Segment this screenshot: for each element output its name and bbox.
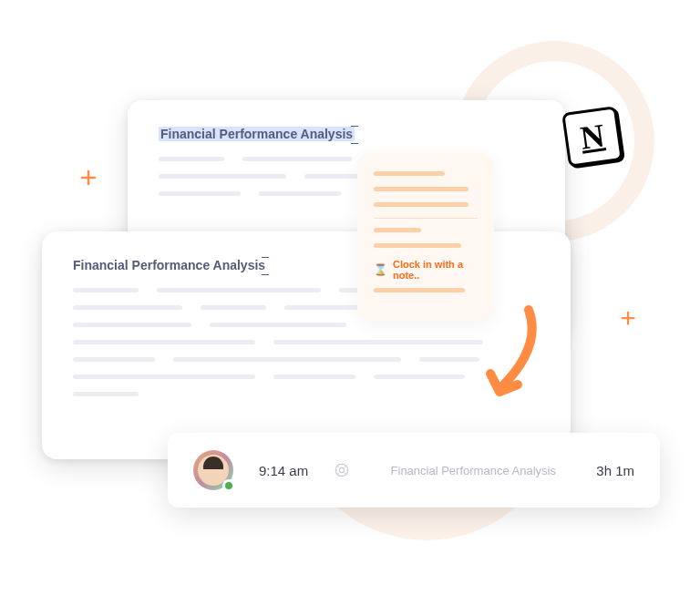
svg-point-1 — [340, 467, 345, 472]
timesheet-entry-bar: 9:14 am Financial Performance Analysis 3… — [168, 433, 660, 508]
online-status-indicator — [222, 479, 235, 492]
clock-in-action-label: Clock in with a note.. — [393, 259, 478, 281]
notion-logo-badge: N — [561, 106, 623, 168]
note-placeholder-line — [374, 187, 468, 191]
document-title: Financial Performance Analysis — [73, 258, 265, 272]
browser-icon — [334, 462, 350, 478]
tracked-duration: 3h 1m — [596, 463, 634, 478]
document-title-highlighted[interactable]: Financial Performance Analysis — [159, 127, 355, 141]
note-placeholder-line — [374, 243, 461, 248]
text-cursor-icon — [265, 259, 266, 273]
note-placeholder-line — [374, 202, 468, 207]
hourglass-icon: ⌛ — [374, 263, 387, 276]
notion-letter: N — [578, 116, 607, 157]
note-placeholder-line — [374, 171, 445, 176]
sparkle-decoration — [80, 169, 97, 190]
note-placeholder-line — [374, 288, 465, 292]
sparkle-decoration — [621, 311, 635, 330]
note-placeholder-line — [374, 228, 421, 232]
note-divider — [374, 218, 478, 219]
clock-in-note-popup: ⌛ Clock in with a note.. — [357, 153, 494, 322]
task-name-label: Financial Performance Analysis — [376, 464, 571, 477]
svg-point-0 — [335, 464, 348, 477]
text-cursor-icon — [355, 128, 355, 142]
clock-in-with-note-button[interactable]: ⌛ Clock in with a note.. — [374, 259, 478, 281]
arrow-indicator-icon — [474, 301, 547, 414]
user-avatar[interactable] — [193, 450, 233, 490]
clock-in-time: 9:14 am — [259, 463, 308, 478]
